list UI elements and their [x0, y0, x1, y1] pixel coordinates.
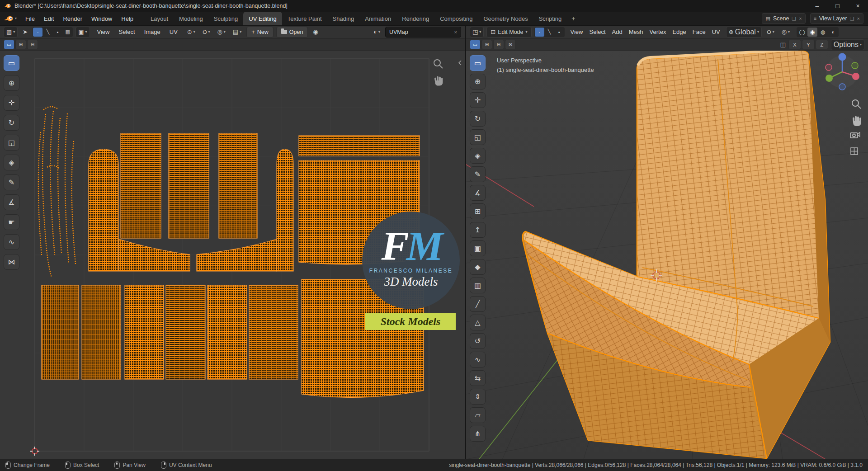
pan-hand-icon[interactable] [853, 116, 861, 127]
uv-select-op-subtract[interactable]: ⊟ [27, 40, 38, 49]
mesh-select-mode-edge[interactable]: ╲ [545, 28, 554, 37]
image-preview-button[interactable]: ◐ ▾ [371, 27, 382, 37]
viewport-tool-inset-faces[interactable]: ▣ [470, 240, 486, 256]
viewport-tool-bevel[interactable]: ◆ [470, 259, 486, 275]
uv-tool-move[interactable]: ✛ [4, 95, 19, 111]
viewport-tool-shear[interactable]: ▱ [470, 407, 486, 423]
uv-pan-hand-icon[interactable] [434, 76, 443, 86]
workspace-tab-shading[interactable]: Shading [327, 12, 360, 25]
menu-window[interactable]: Window [87, 12, 117, 25]
proportional-editing-button[interactable]: ◎ ▾ [215, 27, 227, 37]
mirror-axis-x[interactable]: X [788, 40, 801, 49]
browse-image-button[interactable]: ▤ ▾ [231, 27, 244, 37]
viewport-tool-spin[interactable]: ↺ [470, 333, 486, 349]
editor-splitter[interactable] [465, 25, 466, 459]
new-view-layer-icon[interactable]: ❏ [850, 16, 854, 21]
workspace-tab-geometry-nodes[interactable]: Geometry Nodes [478, 12, 533, 25]
navigation-gizmo[interactable] [826, 53, 859, 90]
viewport-menu-vertex[interactable]: Vertex [646, 28, 670, 35]
editor-type-button-3d[interactable]: ◳ ▾ [470, 27, 484, 38]
zoom-icon[interactable] [852, 100, 861, 108]
scene-selector[interactable]: ▤ Scene ❏ × [762, 13, 805, 24]
transform-orientation-dropdown[interactable]: ⊕ Global ▾ [726, 27, 762, 38]
viewport-tool-measure[interactable]: ∡ [470, 185, 486, 201]
shading-mode-wireframe[interactable]: ◯ [797, 28, 807, 37]
viewport-tool-rotate[interactable]: ↻ [470, 111, 486, 127]
viewport-tool-extrude-region[interactable]: ↥ [470, 222, 486, 238]
viewport-menu-select[interactable]: Select [586, 28, 609, 35]
uv-tool-pinch[interactable]: ⋈ [4, 254, 19, 270]
viewport-menu-view[interactable]: View [567, 28, 586, 35]
workspace-tab-texture-paint[interactable]: Texture Paint [282, 12, 327, 25]
uv-tool-annotate[interactable]: ✎ [4, 174, 19, 190]
uv-menu-select[interactable]: Select [114, 28, 139, 35]
uv-tool-relax[interactable]: ∿ [4, 234, 19, 250]
mirror-axis-z[interactable]: Z [816, 40, 828, 49]
uv-canvas[interactable]: ▭⊕✛↻◱◈✎∡☛∿⋈ FM FRANCESCO MILANESE 3D Mod… [0, 51, 465, 459]
maximize-button[interactable]: □ [827, 0, 848, 12]
options-dropdown[interactable]: Options ▾ [831, 39, 864, 50]
viewport-menu-face[interactable]: Face [689, 28, 709, 35]
workspace-tab-sculpting[interactable]: Sculpting [208, 12, 243, 25]
shading-mode-material-preview[interactable]: ◍ [818, 28, 828, 37]
mesh-select-mode-vertex[interactable]: ∙ [535, 28, 544, 37]
open-image-button[interactable]: Open [276, 27, 308, 38]
proportional-editing-3d[interactable]: ◎ ▾ [779, 27, 792, 37]
delete-scene-icon[interactable]: × [799, 16, 802, 21]
select-op-subtract[interactable]: ⊟ [493, 40, 504, 49]
mesh-select-mode-face[interactable]: ▪ [555, 28, 564, 37]
workspace-tab-compositing[interactable]: Compositing [434, 12, 478, 25]
select-op-extend[interactable]: ⊞ [481, 40, 492, 49]
shading-mode-rendered[interactable]: ◐ [828, 28, 838, 37]
workspace-tab-modeling[interactable]: Modeling [174, 12, 208, 25]
blender-logo-icon[interactable]: ▾ [0, 12, 21, 25]
viewport-tool-transform[interactable]: ◈ [470, 148, 486, 164]
uv-tool-rotate[interactable]: ↻ [4, 115, 19, 131]
uv-tool-scale[interactable]: ◱ [4, 135, 19, 151]
workspace-tab-layout[interactable]: Layout [145, 12, 174, 25]
uv-select-op-new[interactable]: ▭ [4, 40, 14, 49]
booth-model[interactable] [523, 51, 830, 458]
viewport-tool-select-box[interactable]: ▭ [470, 55, 486, 71]
uv-tool-cursor[interactable]: ⊕ [4, 75, 19, 91]
viewport-menu-uv[interactable]: UV [709, 28, 723, 35]
minimize-button[interactable]: – [807, 0, 827, 12]
uv-select-mode-edge[interactable]: ╲ [43, 28, 52, 37]
uv-select-mode-vertex[interactable]: ∙ [33, 28, 42, 37]
uv-sync-selection-toggle[interactable]: ➤ [20, 27, 30, 37]
viewport-tool-scale[interactable]: ◱ [470, 129, 486, 145]
uv-menu-uv[interactable]: UV [165, 28, 182, 35]
viewport-menu-edge[interactable]: Edge [669, 28, 689, 35]
viewport-tool-knife[interactable]: ╱ [470, 296, 486, 312]
uvmap-field[interactable]: UVMap × [385, 27, 461, 38]
viewport-tool-edge-slide[interactable]: ⇆ [470, 370, 486, 386]
uv-tool-transform[interactable]: ◈ [4, 155, 19, 170]
viewport-menu-mesh[interactable]: Mesh [626, 28, 646, 35]
select-op-new[interactable]: ▭ [470, 40, 481, 49]
uv-select-mode-face[interactable]: ▪ [53, 28, 62, 37]
viewport-tool-smooth[interactable]: ∿ [470, 352, 486, 367]
uv-zoom-icon[interactable] [434, 60, 443, 68]
sticky-selection-button[interactable]: ▣ ▾ [75, 27, 90, 38]
viewport-menu-add[interactable]: Add [609, 28, 626, 35]
mode-dropdown[interactable]: ⊡ Edit Mode ▾ [486, 27, 531, 38]
viewport-tool-annotate[interactable]: ✎ [470, 166, 486, 182]
add-workspace-button[interactable]: + [567, 12, 580, 25]
editor-type-button[interactable]: ▨ ▾ [4, 27, 18, 38]
mirror-axis-y[interactable]: Y [802, 40, 815, 49]
view-layer-selector[interactable]: ≡ View Layer ❏ × [810, 13, 863, 24]
new-image-button[interactable]: + New [246, 27, 274, 38]
uv-tool-measure[interactable]: ∡ [4, 194, 19, 210]
snap-toggle-3d[interactable]: Ω ▾ [764, 27, 777, 37]
viewport-tool-add-cube[interactable]: ⊞ [470, 203, 486, 219]
workspace-tab-rendering[interactable]: Rendering [396, 12, 434, 25]
shading-mode-solid[interactable]: ◉ [807, 28, 817, 37]
uv-tool-grab[interactable]: ☛ [4, 214, 19, 230]
viewport-tool-shrink-fatten[interactable]: ⇕ [470, 389, 486, 405]
workspace-tab-animation[interactable]: Animation [359, 12, 396, 25]
menu-edit[interactable]: Edit [39, 12, 58, 25]
workspace-tab-uv-editing[interactable]: UV Editing [243, 12, 282, 25]
menu-file[interactable]: File [21, 12, 39, 25]
select-op-intersect[interactable]: ⊠ [505, 40, 516, 49]
snap-toggle[interactable]: Ω ▾ [200, 27, 212, 37]
